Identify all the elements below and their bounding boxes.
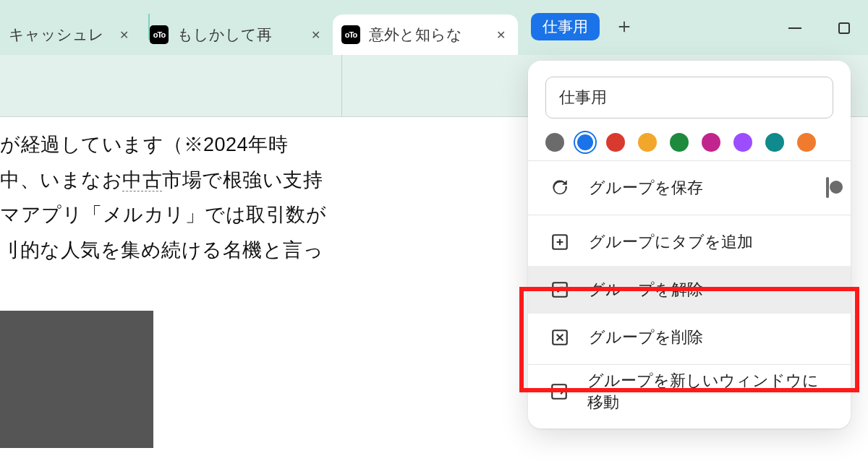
tab-strip: キャッシュレス決 ✕ oTo もしかして再起 ✕ oTo 意外と知らない ✕ 仕… [0, 0, 868, 55]
text-line: マアプリ「メルカリ」では取引数が [0, 197, 340, 233]
tab-group-label[interactable]: 仕事用 [531, 13, 600, 40]
refresh-icon [550, 178, 570, 198]
menu-label: グループを新しいウィンドウに移動 [587, 370, 829, 413]
color-swatch-red[interactable] [606, 133, 625, 152]
menu-divider [528, 160, 851, 161]
vertical-divider [341, 55, 342, 117]
color-swatch-orange[interactable] [797, 133, 816, 152]
group-name-input[interactable]: 仕事用 [545, 77, 833, 119]
color-swatch-pink[interactable] [702, 133, 720, 152]
delete-icon [550, 327, 570, 348]
color-swatch-purple[interactable] [733, 133, 752, 152]
close-icon[interactable]: ✕ [493, 27, 508, 42]
color-swatch-cyan[interactable] [765, 133, 784, 152]
tab-unknown-active[interactable]: oTo 意外と知らない ✕ [333, 14, 518, 55]
group-name-value: 仕事用 [559, 87, 607, 108]
menu-label: グループにタブを追加 [589, 231, 753, 253]
menu-label: グループを保存 [589, 177, 703, 199]
menu-add-tab-to-group[interactable]: グループにタブを追加 [528, 218, 851, 266]
new-tab-button[interactable] [613, 15, 636, 38]
ungroup-icon [550, 280, 570, 300]
tab-title: 意外と知らない [369, 25, 463, 45]
move-window-icon [550, 382, 569, 402]
menu-move-group-to-window[interactable]: グループを新しいウィンドウに移動 [528, 368, 851, 415]
color-swatch-yellow[interactable] [638, 133, 657, 152]
article-image [0, 311, 153, 448]
text-line: 中、いまなお中古市場で根強い支持 [0, 163, 340, 198]
minimize-icon [788, 27, 801, 29]
maximize-icon [838, 22, 850, 34]
text-line: が経過しています（※2024年時 [0, 127, 340, 163]
color-swatch-green[interactable] [670, 133, 689, 152]
text-line: 刂的な人気を集め続ける名機と言っ [0, 233, 340, 268]
close-icon[interactable]: ✕ [308, 27, 323, 42]
menu-save-group[interactable]: グループを保存 [528, 164, 851, 212]
menu-label: グループを解除 [589, 279, 703, 301]
plus-icon [616, 19, 632, 35]
tab-restart[interactable]: oTo もしかして再起 ✕ [141, 14, 333, 55]
close-icon[interactable]: ✕ [116, 27, 131, 42]
window-minimize-button[interactable] [786, 19, 804, 38]
color-swatch-grey[interactable] [545, 133, 564, 152]
tab-title: キャッシュレス決 [9, 25, 103, 45]
menu-label: グループを削除 [589, 327, 703, 348]
favicon-icon: oTo [341, 25, 360, 44]
menu-divider [528, 215, 851, 215]
add-tab-icon [550, 232, 570, 252]
article-text: が経過しています（※2024年時 中、いまなお中古市場で根強い支持 マアプリ「メ… [0, 127, 340, 267]
tab-title: もしかして再起 [177, 25, 271, 45]
color-swatch-blue[interactable] [577, 134, 593, 150]
menu-ungroup[interactable]: グループを解除 [528, 266, 851, 314]
window-controls [786, 19, 854, 38]
menu-delete-group[interactable]: グループを削除 [528, 314, 851, 361]
tab-group-popup: 仕事用 グループを保存 グループにタブを追加 グループを解除 グループを削除 [528, 61, 851, 428]
save-group-toggle[interactable] [826, 178, 829, 197]
window-maximize-button[interactable] [835, 19, 854, 38]
tab-cashless[interactable]: キャッシュレス決 ✕ [0, 14, 141, 55]
menu-divider [528, 364, 851, 365]
favicon-icon: oTo [150, 25, 169, 44]
